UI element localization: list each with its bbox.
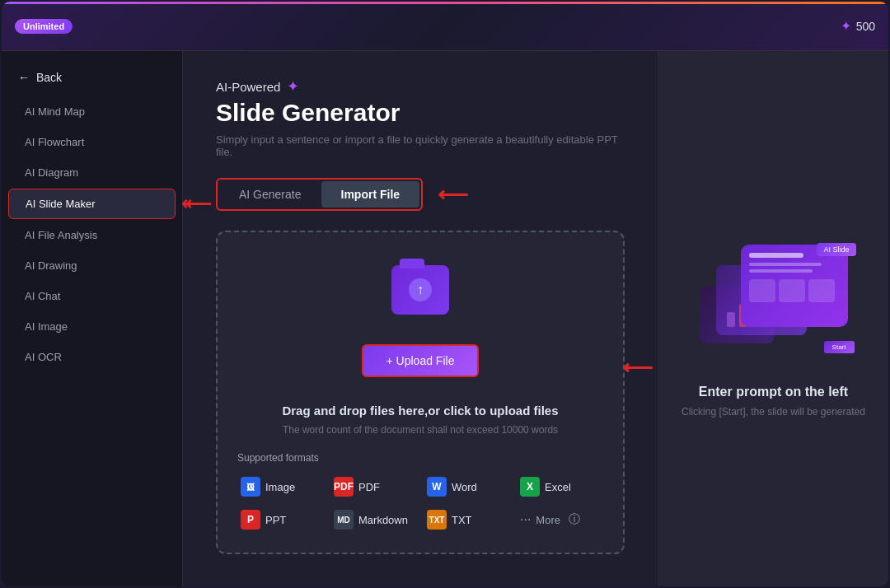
format-word-label: Word (452, 481, 477, 493)
top-bar: Unlimited ✦ 500 (2, 2, 888, 51)
sidebar-item-ocr[interactable]: AI OCR (8, 343, 176, 371)
upload-arrow-icon: ↑ (409, 278, 432, 301)
format-more-label: More (536, 514, 560, 526)
more-icon: ··· (520, 512, 531, 527)
sidebar-item-drawing[interactable]: AI Drawing (8, 251, 176, 280)
format-txt: TXT TXT (424, 506, 510, 533)
sidebar-item-file-analysis[interactable]: AI File Analysis (8, 221, 176, 250)
ai-powered-label: AI-Powered ✦ (216, 77, 625, 96)
formats-grid: 🖼 Image PDF PDF W Word (237, 474, 603, 533)
upload-box-icon: ↑ (391, 265, 449, 315)
markdown-format-icon: MD (334, 510, 354, 530)
slide-start-button: Start (824, 341, 855, 353)
sidebar-item-diagram[interactable]: AI Diagram (8, 158, 176, 187)
sidebar-item-label: AI Diagram (25, 166, 78, 179)
format-more[interactable]: ··· More ⓘ (517, 506, 603, 533)
format-txt-label: TXT (452, 514, 472, 526)
svg-rect-0 (727, 312, 735, 327)
format-word: W Word (424, 474, 510, 500)
right-panel-title: Enter prompt on the left (699, 385, 848, 399)
slide-thumb-row (749, 279, 840, 302)
credits-area: ✦ 500 (841, 18, 875, 34)
slide-card-front (741, 245, 848, 327)
sidebar-arrow-annotation: ⟵ (181, 194, 208, 215)
page-header: AI-Powered ✦ Slide Generator Simply inpu… (216, 77, 625, 158)
format-ppt: P PPT (237, 506, 324, 533)
slide-text-line-2 (749, 263, 822, 266)
back-arrow-icon: ← (18, 71, 30, 84)
slide-text-line-1 (749, 253, 803, 258)
info-icon: ⓘ (569, 512, 580, 527)
main-content: AI-Powered ✦ Slide Generator Simply inpu… (183, 51, 658, 586)
sidebar-item-label: AI OCR (25, 351, 62, 363)
sidebar-item-label: AI Image (25, 320, 68, 333)
content-area: AI-Powered ✦ Slide Generator Simply inpu… (183, 51, 888, 586)
page-title: Slide Generator (216, 99, 625, 127)
sidebar-item-label: AI File Analysis (25, 229, 97, 241)
format-excel: X Excel (517, 474, 603, 500)
sparkle-icon: ✦ (287, 77, 299, 96)
image-format-icon: 🖼 (241, 477, 260, 497)
back-label: Back (36, 71, 62, 84)
credits-value: 500 (856, 20, 875, 33)
upload-drag-subtitle: The word count of the document shall not… (237, 424, 603, 436)
app-frame: Unlimited ✦ 500 ← Back AI Mind Map AI Fl… (0, 0, 890, 588)
sidebar-item-slide-maker[interactable]: AI Slide Maker ⟵ (8, 189, 176, 219)
ai-powered-text: AI-Powered (216, 80, 280, 94)
logo-area: Unlimited (15, 19, 73, 34)
upload-button[interactable]: + Upload File (362, 344, 480, 377)
tab-ai-generate[interactable]: AI Generate (219, 181, 321, 208)
upload-area[interactable]: ↑ + Upload File ⟵ Drag and drop files he… (216, 231, 625, 554)
format-pdf: PDF PDF (330, 474, 417, 500)
tab-import-file[interactable]: Import File (321, 181, 420, 208)
unlimited-badge: Unlimited (15, 19, 73, 34)
format-image: 🖼 Image (237, 474, 324, 500)
slide-thumb-2 (779, 279, 805, 302)
slide-illustration: AI Slide Start (691, 220, 856, 368)
main-layout: ← Back AI Mind Map AI Flowchart AI Diagr… (2, 51, 888, 586)
formats-label: Supported formats (237, 452, 603, 464)
format-ppt-label: PPT (265, 514, 286, 526)
format-excel-label: Excel (545, 481, 571, 493)
sidebar-item-label: AI Flowchart (25, 136, 84, 148)
slide-thumb-3 (808, 279, 835, 302)
right-panel: AI Slide Start Enter prompt on the left … (658, 51, 888, 586)
credits-icon: ✦ (841, 18, 851, 34)
word-format-icon: W (427, 477, 447, 497)
right-panel-subtitle: Clicking [Start], the slide will be gene… (682, 406, 865, 418)
slide-text-line-3 (749, 269, 813, 273)
sidebar: ← Back AI Mind Map AI Flowchart AI Diagr… (2, 51, 183, 586)
upload-btn-arrow-annotation: ⟵ (622, 355, 653, 380)
format-image-label: Image (265, 481, 295, 493)
pdf-format-icon: PDF (334, 477, 354, 497)
supported-formats: Supported formats 🖼 Image PDF PDF (237, 452, 603, 533)
tabs-section: AI Generate Import File ⟵ (216, 178, 423, 211)
excel-format-icon: X (520, 477, 540, 497)
sidebar-item-chat[interactable]: AI Chat (8, 282, 176, 310)
tabs-container: AI Generate Import File (216, 178, 423, 211)
format-markdown-label: Markdown (358, 514, 408, 526)
back-button[interactable]: ← Back (2, 64, 182, 91)
sidebar-item-label: AI Drawing (25, 259, 77, 272)
format-pdf-label: PDF (358, 481, 380, 493)
tabs-arrow-annotation: ⟵ (438, 182, 468, 208)
sidebar-item-image[interactable]: AI Image (8, 312, 176, 341)
ppt-format-icon: P (241, 510, 260, 530)
slide-thumb-1 (749, 279, 775, 302)
sidebar-item-label: AI Mind Map (25, 105, 85, 118)
ai-slide-badge: AI Slide (817, 243, 855, 256)
sidebar-item-label: AI Chat (25, 290, 60, 302)
upload-drag-title: Drag and drop files here,or click to upl… (237, 404, 603, 418)
upload-icon-container: ↑ (387, 265, 453, 331)
format-markdown: MD Markdown (330, 506, 417, 533)
page-subtitle: Simply input a sentence or import a file… (216, 133, 625, 158)
sidebar-item-label: AI Slide Maker (26, 198, 96, 210)
sidebar-item-mind-map[interactable]: AI Mind Map (8, 97, 176, 126)
txt-format-icon: TXT (427, 510, 447, 530)
upload-btn-container: + Upload File ⟵ (237, 344, 603, 390)
sidebar-item-flowchart[interactable]: AI Flowchart (8, 128, 176, 156)
